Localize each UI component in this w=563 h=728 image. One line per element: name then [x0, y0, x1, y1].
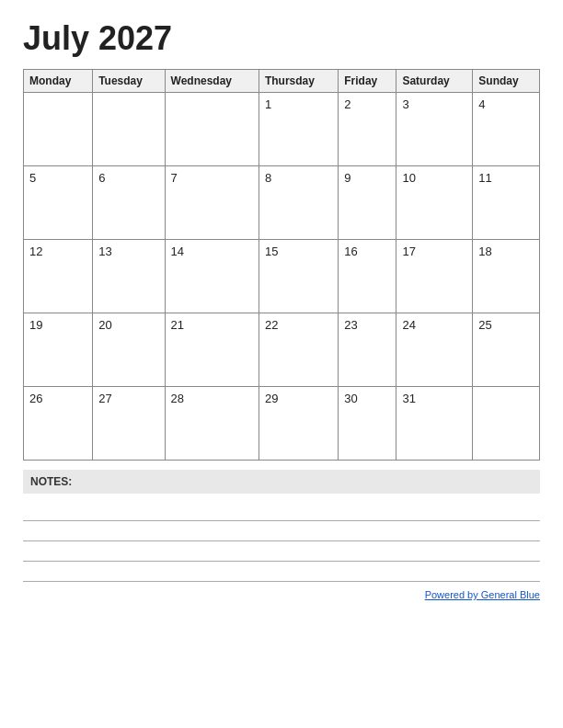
notes-lines [23, 501, 540, 582]
day-number: 2 [344, 97, 350, 111]
day-number: 22 [265, 318, 278, 332]
day-number: 1 [265, 97, 271, 111]
header-friday: Friday [339, 70, 396, 93]
calendar-cell: 10 [396, 166, 473, 240]
header-thursday: Thursday [259, 70, 338, 93]
calendar-week-5: 262728293031 [24, 387, 540, 461]
calendar-cell: 15 [259, 240, 338, 313]
day-number: 3 [402, 97, 408, 111]
notes-section: NOTES: [23, 470, 540, 582]
calendar-cell: 26 [24, 387, 93, 461]
calendar-cell: 24 [396, 313, 473, 387]
notes-label: NOTES: [23, 470, 540, 494]
calendar-week-1: 1234 [24, 93, 540, 166]
header-monday: Monday [24, 70, 93, 93]
calendar-cell: 31 [396, 387, 473, 461]
calendar-cell: 23 [339, 313, 396, 387]
day-number: 4 [478, 97, 485, 111]
calendar-cell: 18 [473, 240, 540, 313]
day-number: 16 [344, 245, 357, 258]
calendar-cell: 25 [473, 313, 540, 387]
day-number: 30 [344, 392, 357, 405]
calendar-cell: 19 [24, 313, 93, 387]
header-tuesday: Tuesday [93, 70, 165, 93]
calendar-cell: 5 [24, 166, 93, 240]
day-number: 7 [171, 171, 178, 185]
calendar-cell: 20 [93, 313, 165, 387]
day-number: 15 [265, 245, 278, 258]
page-title: July 2027 [23, 18, 540, 58]
day-number: 19 [29, 318, 42, 332]
day-number: 25 [478, 318, 491, 332]
day-number: 11 [478, 171, 491, 185]
notes-line-3 [23, 541, 540, 562]
calendar-cell: 9 [339, 166, 396, 240]
calendar-cell [473, 387, 540, 461]
day-number: 27 [98, 392, 111, 405]
calendar-week-4: 19202122232425 [24, 313, 540, 387]
header-sunday: Sunday [473, 70, 540, 93]
footer: Powered by General Blue [23, 589, 540, 600]
day-number: 8 [265, 171, 271, 185]
header-saturday: Saturday [396, 70, 473, 93]
header-wednesday: Wednesday [165, 70, 259, 93]
footer-link[interactable]: Powered by General Blue [425, 589, 540, 600]
calendar-cell: 14 [165, 240, 259, 313]
calendar-cell: 13 [93, 240, 165, 313]
calendar-cell: 12 [24, 240, 93, 313]
day-number: 23 [344, 318, 357, 332]
calendar-cell [165, 93, 259, 166]
notes-line-4 [23, 562, 540, 582]
day-number: 10 [402, 171, 415, 185]
calendar-cell: 21 [165, 313, 259, 387]
notes-line-2 [23, 521, 540, 541]
day-number: 29 [265, 392, 278, 405]
calendar-cell: 3 [396, 93, 473, 166]
calendar-cell: 11 [473, 166, 540, 240]
day-number: 5 [29, 171, 36, 185]
day-number: 26 [29, 392, 42, 405]
day-number: 9 [344, 171, 350, 185]
day-number: 28 [171, 392, 184, 405]
day-number: 24 [402, 318, 415, 332]
calendar-cell: 2 [339, 93, 396, 166]
calendar-cell: 30 [339, 387, 396, 461]
day-number: 12 [29, 245, 42, 258]
calendar-cell: 6 [93, 166, 165, 240]
day-number: 14 [171, 245, 184, 258]
calendar-cell: 1 [259, 93, 338, 166]
calendar-cell: 29 [259, 387, 338, 461]
calendar-cell: 4 [473, 93, 540, 166]
day-number: 21 [171, 318, 184, 332]
notes-line-1 [23, 501, 540, 521]
calendar-cell: 16 [339, 240, 396, 313]
calendar-cell: 17 [396, 240, 473, 313]
calendar-cell: 27 [93, 387, 165, 461]
calendar-cell: 28 [165, 387, 259, 461]
calendar-header-row: MondayTuesdayWednesdayThursdayFridaySatu… [24, 70, 540, 93]
calendar-cell [93, 93, 165, 166]
day-number: 6 [98, 171, 105, 185]
calendar-cell: 8 [259, 166, 338, 240]
calendar-cell: 7 [165, 166, 259, 240]
day-number: 13 [98, 245, 111, 258]
day-number: 20 [98, 318, 111, 332]
day-number: 17 [402, 245, 415, 258]
calendar-table: MondayTuesdayWednesdayThursdayFridaySatu… [23, 69, 540, 461]
calendar-week-2: 567891011 [24, 166, 540, 240]
calendar-cell [24, 93, 93, 166]
calendar-week-3: 12131415161718 [24, 240, 540, 313]
day-number: 18 [478, 245, 491, 258]
day-number: 31 [402, 392, 415, 405]
calendar-cell: 22 [259, 313, 338, 387]
